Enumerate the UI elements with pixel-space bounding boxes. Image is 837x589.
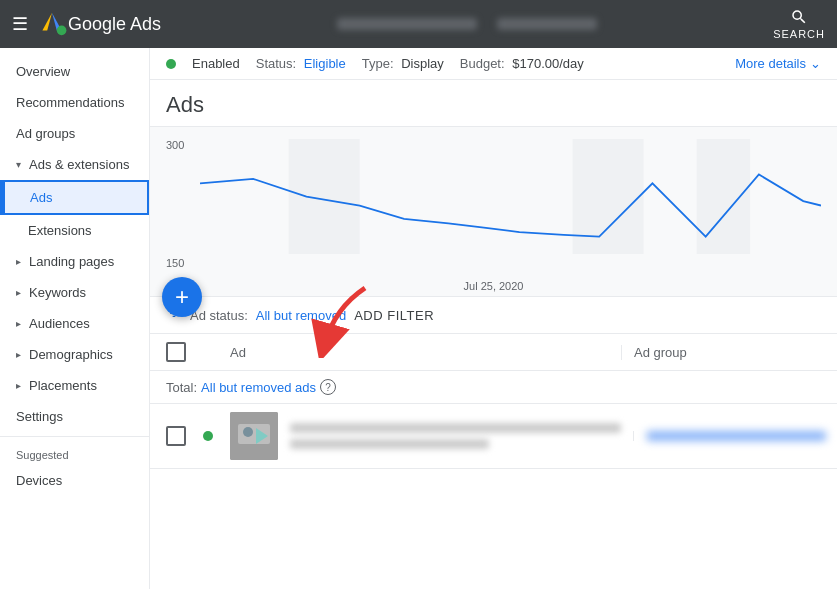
add-filter-button[interactable]: ADD FILTER bbox=[354, 308, 434, 323]
campaign-bar: Enabled Status: Eligible Type: Display B… bbox=[150, 48, 837, 80]
total-value: All but removed ads bbox=[201, 380, 316, 395]
svg-marker-0 bbox=[42, 13, 52, 31]
svg-point-2 bbox=[57, 26, 67, 36]
app-name: Google Ads bbox=[68, 14, 161, 35]
table-header: Ad Ad group bbox=[150, 334, 837, 371]
sidebar-item-ad-groups[interactable]: Ad groups bbox=[0, 118, 149, 149]
sidebar: Overview Recommendations Ad groups ▾ Ads… bbox=[0, 48, 150, 589]
total-row: Total: All but removed ads ? bbox=[150, 371, 837, 404]
suggested-section-label: Suggested bbox=[0, 441, 149, 465]
svg-rect-5 bbox=[697, 139, 750, 254]
menu-icon[interactable]: ☰ bbox=[12, 13, 28, 35]
status-label: Status: Eligible bbox=[256, 56, 346, 71]
svg-rect-3 bbox=[289, 139, 360, 254]
sidebar-item-landing-pages[interactable]: ▸ Landing pages bbox=[0, 246, 149, 277]
sidebar-item-demographics[interactable]: ▸ Demographics bbox=[0, 339, 149, 370]
chevron-icon-lp: ▸ bbox=[16, 256, 21, 267]
sidebar-divider bbox=[0, 436, 149, 437]
ad-subtitle-blurred bbox=[290, 439, 489, 449]
sidebar-item-placements[interactable]: ▸ Placements bbox=[0, 370, 149, 401]
header-adgroup-label: Ad group bbox=[621, 345, 821, 360]
blurred-bar-2 bbox=[497, 18, 597, 30]
search-icon bbox=[790, 8, 808, 26]
sidebar-item-overview[interactable]: Overview bbox=[0, 56, 149, 87]
sidebar-item-recommendations[interactable]: Recommendations bbox=[0, 87, 149, 118]
blurred-bar-1 bbox=[337, 18, 477, 30]
enabled-label: Enabled bbox=[192, 56, 240, 71]
sidebar-item-devices[interactable]: Devices bbox=[0, 465, 149, 496]
chevron-icon-demo: ▸ bbox=[16, 349, 21, 360]
svg-point-9 bbox=[243, 427, 253, 437]
header-ad-label: Ad bbox=[230, 345, 609, 360]
total-label: Total: bbox=[166, 380, 197, 395]
sidebar-item-ads-extensions[interactable]: ▾ Ads & extensions bbox=[0, 149, 149, 180]
sidebar-item-keywords[interactable]: ▸ Keywords bbox=[0, 277, 149, 308]
row-status-dot bbox=[203, 431, 213, 441]
status-dot-enabled bbox=[166, 59, 176, 69]
filter-bar: Ad status: All but removed ADD FILTER bbox=[150, 297, 837, 334]
chart-area: 300 150 Jul 25, 2020 bbox=[150, 127, 837, 297]
budget-label: Budget: $170.00/day bbox=[460, 56, 584, 71]
nav-center-blurred bbox=[161, 18, 773, 30]
ad-title-blurred bbox=[290, 423, 621, 433]
adgroup-blurred bbox=[646, 431, 826, 441]
row-adgroup-cell bbox=[633, 431, 821, 441]
sidebar-item-extensions[interactable]: Extensions bbox=[0, 215, 149, 246]
google-ads-logo bbox=[36, 8, 68, 40]
search-label: SEARCH bbox=[773, 28, 825, 40]
row-checkbox[interactable] bbox=[166, 426, 186, 446]
search-button[interactable]: SEARCH bbox=[773, 8, 825, 40]
more-details-button[interactable]: More details ⌄ bbox=[735, 56, 821, 71]
type-label: Type: Display bbox=[362, 56, 444, 71]
chevron-icon-pl: ▸ bbox=[16, 380, 21, 391]
ad-thumbnail bbox=[230, 412, 278, 460]
row-status bbox=[198, 431, 218, 441]
sidebar-item-audiences[interactable]: ▸ Audiences bbox=[0, 308, 149, 339]
filter-status-value[interactable]: All but removed bbox=[256, 308, 346, 323]
page-title-bar: Ads bbox=[150, 80, 837, 127]
chevron-icon-au: ▸ bbox=[16, 318, 21, 329]
top-navigation: ☰ Google Ads SEARCH bbox=[0, 0, 837, 48]
add-button[interactable]: + bbox=[162, 277, 202, 317]
info-icon[interactable]: ? bbox=[320, 379, 336, 395]
ad-details bbox=[290, 423, 621, 449]
main-layout: Overview Recommendations Ad groups ▾ Ads… bbox=[0, 48, 837, 589]
content-area: Enabled Status: Eligible Type: Display B… bbox=[150, 48, 837, 589]
chart-svg bbox=[200, 139, 821, 254]
table-row bbox=[150, 404, 837, 469]
svg-rect-8 bbox=[238, 424, 270, 444]
page-title: Ads bbox=[166, 92, 821, 118]
thumbnail-image bbox=[230, 412, 278, 460]
header-checkbox[interactable] bbox=[166, 342, 186, 362]
chart-x-label: Jul 25, 2020 bbox=[464, 280, 524, 292]
filter-status-label: Ad status: bbox=[190, 308, 248, 323]
svg-rect-4 bbox=[573, 139, 644, 254]
sidebar-item-settings[interactable]: Settings bbox=[0, 401, 149, 432]
chevron-icon: ▾ bbox=[16, 159, 21, 170]
sidebar-item-ads[interactable]: Ads bbox=[0, 180, 149, 215]
chevron-icon-kw: ▸ bbox=[16, 287, 21, 298]
chevron-down-icon: ⌄ bbox=[810, 56, 821, 71]
chart-y-labels: 300 150 bbox=[166, 139, 184, 269]
